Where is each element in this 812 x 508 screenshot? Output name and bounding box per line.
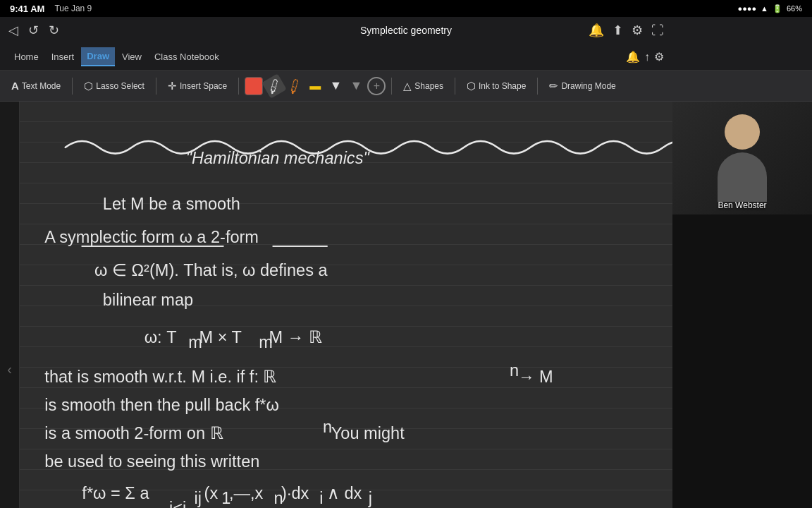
svg-text:Let  M  be  a  smooth: Let M be a smooth bbox=[103, 195, 240, 213]
lasso-icon: ⬡ bbox=[84, 80, 93, 92]
content-area: ‹ .hw { fill: none; stroke: #e8e8e8; str… bbox=[0, 102, 812, 508]
svg-text:A  symplectic  form   ω   a   : A symplectic form ω a 2-form bbox=[44, 228, 259, 246]
divider-1 bbox=[72, 78, 73, 95]
video-participant-name: Ben Webster bbox=[672, 200, 812, 210]
title-bar: ◁ ↺ ↻ Symplectic geometry 🔔 ⬆ ⚙ ⛶ bbox=[0, 17, 812, 44]
svg-text:ω: T: ω: T bbox=[144, 328, 177, 346]
svg-text:be  used   to  seeing  this  w: be used to seeing this written bbox=[44, 452, 259, 471]
ink-to-shape-button[interactable]: ⬡ Ink to Shape bbox=[461, 76, 531, 96]
back-button[interactable]: ‹ bbox=[0, 102, 20, 508]
ink-to-shape-label: Ink to Shape bbox=[479, 81, 526, 91]
svg-text:that  is   smooth  w.r.t.   M : that is smooth w.r.t. M i.e. if f: ℝ bbox=[44, 368, 276, 386]
lasso-select-button[interactable]: ⬡ Lasso Select bbox=[78, 76, 150, 96]
color-red[interactable] bbox=[245, 77, 263, 95]
pen-blue-marker[interactable]: ▼ bbox=[326, 77, 345, 95]
divider-6 bbox=[537, 78, 538, 95]
shapes-button[interactable]: △ Shapes bbox=[398, 76, 449, 96]
svg-text:(x: (x bbox=[204, 484, 219, 502]
svg-text:j: j bbox=[368, 489, 372, 507]
wifi-icon: ▲ bbox=[761, 4, 768, 13]
pen-medium[interactable]: 🖊 bbox=[283, 73, 308, 99]
ink-to-shape-icon: ⬡ bbox=[467, 80, 476, 92]
video-feed: Ben Webster bbox=[672, 102, 812, 214]
svg-text:→ M: → M bbox=[518, 368, 553, 386]
redo-icon[interactable]: ↻ bbox=[49, 23, 59, 38]
svg-text:is   smooth  then  the  pull  : is smooth then the pull back f*ω bbox=[44, 396, 279, 414]
main-container: 9:41 AM Tue Jan 9 ●●●● ▲ 🔋 66% ◁ ↺ ↻ Sym… bbox=[0, 0, 812, 508]
svg-text:M × T: M × T bbox=[199, 328, 241, 346]
divider-5 bbox=[455, 78, 455, 95]
text-mode-button[interactable]: A Text Mode bbox=[6, 76, 66, 95]
fullscreen-icon[interactable]: ⛶ bbox=[651, 23, 664, 38]
text-mode-label: Text Mode bbox=[22, 81, 61, 91]
pen-highlight-yellow[interactable]: ▬ bbox=[306, 77, 324, 95]
battery-percent: 66% bbox=[787, 4, 802, 13]
drawing-mode-label: Drawing Mode bbox=[561, 81, 615, 91]
add-pen-button[interactable]: + bbox=[367, 77, 386, 95]
ribbon-tabs: Home Insert Draw View Class Notebook 🔔 ↑… bbox=[0, 44, 812, 71]
svg-text:,—,x: ,—,x bbox=[229, 484, 264, 502]
shapes-icon: △ bbox=[403, 80, 412, 92]
svg-text:ω ∈ Ω²(M).  That is,  ω  defin: ω ∈ Ω²(M). That is, ω defines a bbox=[94, 261, 328, 279]
tab-insert[interactable]: Insert bbox=[46, 48, 80, 66]
svg-text:f*ω = Σ  a: f*ω = Σ a bbox=[82, 484, 149, 502]
svg-text:You might: You might bbox=[331, 424, 405, 442]
person-avatar-head bbox=[725, 114, 760, 150]
svg-text:)·dx: )·dx bbox=[281, 484, 309, 502]
insert-space-icon: ✛ bbox=[168, 80, 177, 92]
divider-2 bbox=[156, 78, 156, 95]
svg-text:ij: ij bbox=[194, 489, 201, 507]
tab-view[interactable]: View bbox=[116, 48, 147, 66]
settings-icon[interactable]: ⚙ bbox=[632, 23, 643, 38]
divider-3 bbox=[238, 78, 239, 95]
pen-dark-marker[interactable]: ▼ bbox=[347, 77, 365, 95]
svg-text:i<j: i<j bbox=[169, 499, 186, 508]
notifications-bell[interactable]: 🔔 bbox=[626, 50, 640, 64]
status-bar: 9:41 AM Tue Jan 9 ●●●● ▲ 🔋 66% bbox=[0, 0, 812, 17]
shapes-label: Shapes bbox=[414, 81, 443, 91]
person-avatar-body bbox=[718, 152, 767, 202]
notifications-icon[interactable]: 🔔 bbox=[589, 23, 604, 38]
header-settings[interactable]: ⚙ bbox=[654, 50, 664, 64]
tab-home[interactable]: Home bbox=[8, 48, 44, 66]
header-share[interactable]: ↑ bbox=[644, 51, 650, 64]
tab-draw[interactable]: Draw bbox=[81, 47, 115, 66]
insert-space-button[interactable]: ✛ Insert Space bbox=[162, 76, 233, 96]
share-icon[interactable]: ⬆ bbox=[613, 23, 623, 38]
date-display: Tue Jan 9 bbox=[54, 4, 92, 13]
svg-text:bilinear map: bilinear map bbox=[103, 291, 193, 309]
tab-class-notebook[interactable]: Class Notebook bbox=[149, 48, 225, 66]
back-nav-icon[interactable]: ◁ bbox=[8, 23, 18, 38]
lasso-label: Lasso Select bbox=[96, 81, 144, 91]
video-rest bbox=[672, 214, 812, 508]
document-title: Symplectic geometry bbox=[360, 25, 452, 36]
svg-text:"Hamiltonian mechanics": "Hamiltonian mechanics" bbox=[186, 149, 371, 167]
video-panel: Ben Webster bbox=[672, 102, 812, 508]
signal-icon: ●●●● bbox=[738, 4, 757, 13]
svg-text:∧ dx: ∧ dx bbox=[327, 484, 362, 502]
drawing-mode-icon: ✏ bbox=[549, 80, 558, 92]
undo-icon[interactable]: ↺ bbox=[28, 23, 39, 38]
insert-space-label: Insert Space bbox=[180, 81, 227, 91]
toolbar: A Text Mode ⬡ Lasso Select ✛ Insert Spac… bbox=[0, 71, 812, 102]
text-mode-icon: A bbox=[11, 80, 19, 92]
back-chevron-icon: ‹ bbox=[7, 361, 12, 377]
svg-text:is  a  smooth  2-form  on  ℝ: is a smooth 2-form on ℝ bbox=[44, 424, 223, 442]
divider-4 bbox=[391, 78, 392, 95]
time-display: 9:41 AM bbox=[10, 4, 44, 14]
svg-text:i: i bbox=[319, 489, 323, 507]
drawing-mode-button[interactable]: ✏ Drawing Mode bbox=[543, 76, 621, 96]
svg-text:M → ℝ: M → ℝ bbox=[269, 328, 321, 346]
battery-icon: 🔋 bbox=[773, 4, 782, 13]
